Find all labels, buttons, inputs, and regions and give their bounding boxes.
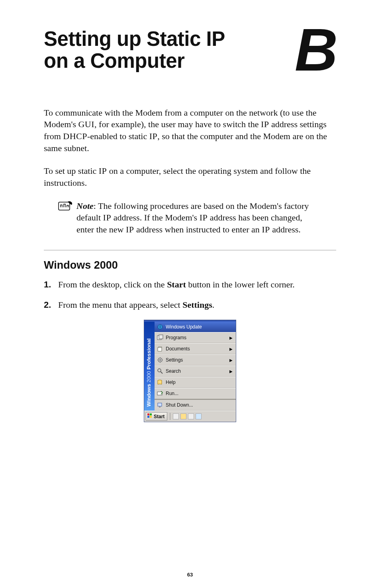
submenu-arrow-icon: ▶	[229, 347, 233, 351]
small-caps-dhcp: DHCP	[63, 131, 87, 141]
svg-rect-12	[147, 413, 149, 415]
taskbar-divider	[170, 413, 170, 420]
svg-rect-13	[150, 413, 152, 415]
figure-start-menu: Windows 2000 Professional Windows Update	[44, 320, 336, 422]
section-rule	[44, 250, 336, 250]
step-text: From the menu that appears, select Setti…	[58, 299, 336, 311]
note-hand-icon	[58, 201, 73, 213]
svg-rect-0	[59, 202, 70, 210]
page-header: Setting up Static IP on a Computer B	[44, 28, 336, 76]
intro-paragraph-1: To communicate with the Modem from a com…	[44, 107, 336, 154]
menu-label: Shut Down...	[166, 402, 193, 408]
tray-icon[interactable]	[180, 413, 186, 419]
menu-item-help[interactable]: Help	[155, 377, 236, 388]
svg-rect-14	[147, 416, 149, 418]
appendix-letter: B	[295, 25, 336, 76]
help-icon	[157, 379, 163, 385]
menu-item-shutdown[interactable]: Shut Down...	[155, 399, 236, 411]
menu-label: Search	[166, 368, 181, 374]
menu-label: Windows Update	[166, 324, 202, 330]
start-button-label: Start	[154, 414, 165, 419]
menu-label: Documents	[166, 346, 190, 352]
submenu-arrow-icon: ▶	[229, 358, 233, 362]
menu-label: Run...	[166, 391, 178, 396]
svg-rect-10	[158, 403, 162, 406]
step-number: 2.	[44, 299, 58, 311]
note-text: Note: The following procedures are based…	[76, 200, 312, 236]
small-caps-ip: IP	[261, 119, 269, 129]
text-run: To set up static	[44, 166, 99, 176]
search-icon	[157, 368, 163, 374]
menu-label: Settings	[166, 357, 183, 363]
text-run: -enabled to static	[87, 131, 149, 141]
bold-run: Settings	[182, 300, 212, 310]
menu-label: Help	[166, 380, 176, 385]
small-caps-ip: IP	[99, 166, 107, 176]
svg-rect-11	[159, 407, 161, 407]
step-item: 2. From the menu that appears, select Se…	[44, 299, 336, 311]
text-run: , for example), the user may have to swi…	[94, 119, 261, 129]
start-menu-body: Windows 2000 Professional Windows Update	[144, 322, 236, 411]
programs-icon	[157, 334, 163, 341]
menu-item-settings[interactable]: Settings ▶	[155, 354, 236, 366]
svg-rect-15	[150, 416, 152, 418]
windows-flag-icon	[147, 413, 153, 420]
bold-run: Start	[167, 279, 186, 289]
menu-item-programs[interactable]: Programs ▶	[155, 332, 236, 343]
chapter-title: Setting up Static IP on a Computer	[44, 28, 225, 72]
submenu-arrow-icon: ▶	[229, 369, 233, 374]
sidebar-brand-text: Windows	[146, 384, 152, 407]
svg-text:Windows
             2000 
   : Windows 2000 Professional	[146, 338, 152, 407]
intro-paragraph-2: To set up static IP on a computer, selec…	[44, 165, 336, 189]
step-text: From the desktop, click on the Start but…	[58, 279, 336, 291]
page-number: 63	[0, 572, 380, 578]
note-callout: Note: The following procedures are based…	[58, 200, 336, 236]
title-line-2: on a Computer	[44, 49, 184, 72]
menu-item-run[interactable]: Run...	[155, 388, 236, 399]
taskbar: Start	[144, 411, 236, 422]
svg-line-8	[161, 372, 163, 374]
documents-icon	[157, 346, 163, 352]
menu-label: Programs	[166, 335, 186, 340]
submenu-arrow-icon: ▶	[229, 336, 233, 340]
text-run: From the desktop, click on the	[58, 279, 167, 289]
text-run: address when instructed to enter an	[134, 224, 262, 234]
start-menu-list: Windows Update Programs ▶	[155, 322, 236, 411]
text-run: button in the lower left corner.	[186, 279, 295, 289]
small-caps-ip: IP	[262, 224, 270, 234]
menu-item-windows-update[interactable]: Windows Update	[155, 322, 236, 332]
settings-icon	[157, 357, 163, 363]
text-run: .	[212, 300, 215, 310]
start-menu-sidebar: Windows 2000 Professional	[144, 322, 155, 411]
svg-point-7	[158, 369, 161, 372]
text-run: address. If the Modem's	[111, 212, 199, 222]
globe-icon	[157, 324, 163, 330]
steps-list: 1. From the desktop, click on the Start …	[44, 279, 336, 311]
tray-icon[interactable]	[188, 413, 194, 419]
small-caps-ip: IP	[149, 131, 158, 141]
tray-icon[interactable]	[196, 413, 202, 419]
section-heading-windows-2000: Windows 2000	[44, 259, 336, 271]
text-run: address.	[270, 224, 301, 234]
tray-icon[interactable]	[173, 413, 179, 419]
step-item: 1. From the desktop, click on the Start …	[44, 279, 336, 291]
small-caps-ip: IP	[103, 212, 112, 222]
start-menu-mock: Windows 2000 Professional Windows Update	[144, 320, 236, 422]
svg-rect-4	[159, 335, 163, 339]
note-label: Note	[76, 201, 94, 211]
small-caps-ip: IP	[126, 224, 134, 234]
run-icon	[157, 390, 163, 397]
small-caps-gui: GUI	[78, 119, 94, 129]
svg-point-6	[159, 359, 161, 361]
step-number: 1.	[44, 279, 58, 291]
menu-item-documents[interactable]: Documents ▶	[155, 343, 236, 354]
small-caps-ip: IP	[200, 212, 208, 222]
menu-item-search[interactable]: Search ▶	[155, 366, 236, 377]
text-run: From the menu that appears, select	[58, 300, 182, 310]
title-line-1: Setting up Static IP	[44, 28, 225, 50]
shutdown-icon	[157, 402, 163, 408]
start-button[interactable]: Start	[146, 412, 167, 421]
